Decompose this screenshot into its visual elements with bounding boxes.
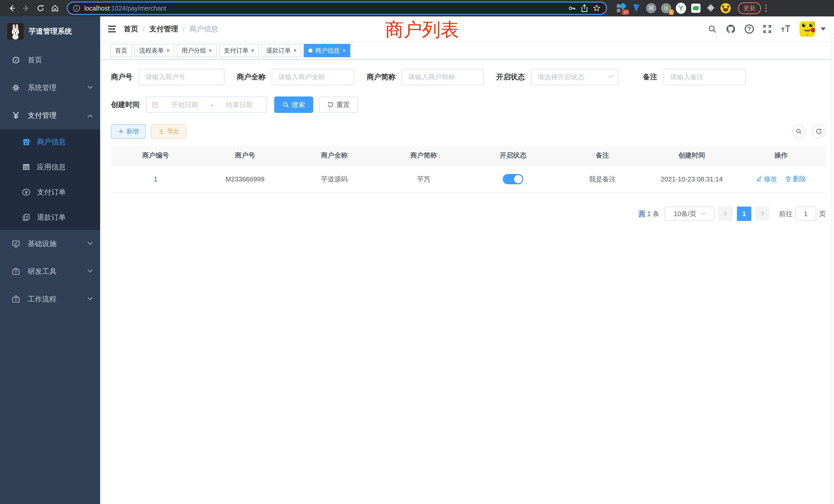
col-header-short-name: 商户简称 [379,146,468,165]
help-icon[interactable]: ? [745,24,754,33]
current-page[interactable]: 1 [737,207,751,221]
password-key-icon[interactable] [568,4,576,12]
total-count: 共 1 条 [639,209,659,219]
fullscreen-icon[interactable] [763,24,772,33]
status-select[interactable]: 请选择开启状态 [531,69,618,85]
tab-user-group[interactable]: 用户分组× [177,44,217,57]
share-icon[interactable] [580,4,589,12]
sidebar-item-merchant-info[interactable]: 商户信息 [0,129,100,155]
close-icon[interactable]: × [251,48,255,53]
full-name-input[interactable] [272,69,354,85]
extension-command-icon[interactable]: ⌘ [646,3,656,13]
export-button[interactable]: 导出 [151,124,186,139]
page-jump-input[interactable] [795,207,816,221]
next-page-button[interactable] [755,207,770,221]
app-title: 芋道管理系统 [29,26,72,36]
remark-input[interactable] [663,69,746,85]
calendar-icon [152,101,159,108]
browser-menu-icon[interactable] [764,4,768,13]
scrollbar[interactable] [831,33,834,504]
extension-emoji-icon[interactable] [721,3,731,13]
avatar-caret-icon[interactable] [821,27,826,30]
close-icon[interactable]: × [167,48,170,53]
prev-page-button[interactable] [719,207,733,221]
tab-pay-order[interactable]: 支付订单× [219,44,259,57]
start-date-placeholder: 开始日期 [163,100,207,109]
col-header-ops: 操作 [737,146,826,165]
browser-update-button[interactable]: 更新 [738,2,761,14]
cell-merchant-no: M233666999 [200,170,290,188]
chevron-down-icon [608,73,613,78]
chevron-up-icon [88,114,93,120]
col-header-id: 商户编号 [111,146,200,165]
extension-gray-circle-icon[interactable]: 1 [661,3,671,13]
breadcrumb-pay[interactable]: 支付管理 [150,24,178,34]
briefcase-icon [11,295,21,303]
edit-link[interactable]: 修改 [756,175,777,183]
status-toggle[interactable] [503,174,523,184]
tab-refund-order[interactable]: 退款订单× [262,44,302,57]
extension-pin-icon[interactable] [631,3,641,13]
filter-row-2: 创建时间 开始日期 - 结束日期 搜索 重置 [111,96,826,113]
sidebar-item-devtools[interactable]: 研发工具 [0,258,100,285]
chevron-down-icon [701,210,706,215]
grid-icon [22,163,31,171]
extension-badge: 10 [622,9,629,15]
storefront-icon [22,138,31,146]
filter-row-1: 商户号 商户全称 商户简称 开启状态 请选择开启状态 [111,69,826,85]
sidebar-item-workflow[interactable]: 工作流程 [0,285,100,313]
refresh-button[interactable] [812,124,826,138]
tab-process-form[interactable]: 流程表单× [135,44,174,57]
navbar: 首页 / 支付管理 / 商户信息 ? [100,17,834,42]
page-info-icon[interactable] [73,5,80,12]
delete-link[interactable]: 删除 [785,175,806,183]
short-name-input[interactable] [401,69,484,85]
cell-remark: 我是备注 [558,169,647,189]
sidebar-item-app-info[interactable]: 应用信息 [0,155,100,180]
end-date-placeholder: 结束日期 [217,100,261,109]
github-icon[interactable] [726,24,736,34]
cell-short-name: 芋艿 [379,169,468,189]
sidebar-item-home[interactable]: 首页 [0,46,100,74]
extension-badge: 1 [669,9,674,15]
browser-reload-button[interactable] [34,2,47,15]
tab-home[interactable]: 首页 [110,44,132,57]
address-bar[interactable]: localhost :1024/pay/merchant [67,2,607,15]
sidebar-collapse-icon[interactable] [107,25,116,33]
add-button[interactable]: 新增 [111,124,146,139]
reset-button[interactable]: 重置 [319,96,358,113]
extension-y-logo-icon[interactable]: Y [676,3,686,13]
sidebar-submenu-pay: 商户信息 应用信息 支付订单 退款订单 [0,129,100,230]
sidebar-item-pay-order[interactable]: 支付订单 [0,180,100,205]
page-size-select[interactable]: 10条/页 [664,207,714,221]
search-button[interactable]: 搜索 [274,96,313,113]
sidebar-item-system[interactable]: 系统管理 [0,74,100,101]
close-icon[interactable]: × [293,48,297,53]
url-path: :1024/pay/merchant [110,5,167,12]
breadcrumb-home[interactable]: 首页 [124,24,138,34]
sidebar-logo[interactable]: 芋道管理系统 [0,17,100,46]
create-time-range-input[interactable]: 开始日期 - 结束日期 [146,96,267,113]
browser-forward-button[interactable] [20,2,33,15]
font-size-icon[interactable] [781,24,791,33]
extension-blue-diamond-icon[interactable]: 10 [616,3,627,13]
chevron-down-icon [88,240,93,245]
header-search-icon[interactable] [708,24,717,33]
user-avatar[interactable] [799,21,815,37]
documents-icon [22,213,31,222]
extension-chat-icon[interactable] [691,3,701,13]
cell-created: 2021-10-23 08:31:14 [647,170,737,188]
bookmark-star-icon[interactable] [593,4,601,12]
url-host: localhost [84,5,110,12]
sidebar-item-refund-order[interactable]: 退款订单 [0,205,100,230]
sidebar-item-pay[interactable]: 支付管理 [0,101,100,129]
sidebar-item-infra[interactable]: 基础设施 [0,230,100,258]
browser-back-button[interactable] [5,2,19,15]
browser-home-button[interactable] [48,2,62,15]
merchant-no-input[interactable] [139,69,224,85]
close-icon[interactable]: × [209,48,212,53]
toggle-search-button[interactable] [792,124,806,138]
close-icon[interactable]: × [342,48,346,53]
tab-merchant-info[interactable]: 商户信息× [304,44,350,57]
extensions-puzzle-icon[interactable] [706,3,716,13]
